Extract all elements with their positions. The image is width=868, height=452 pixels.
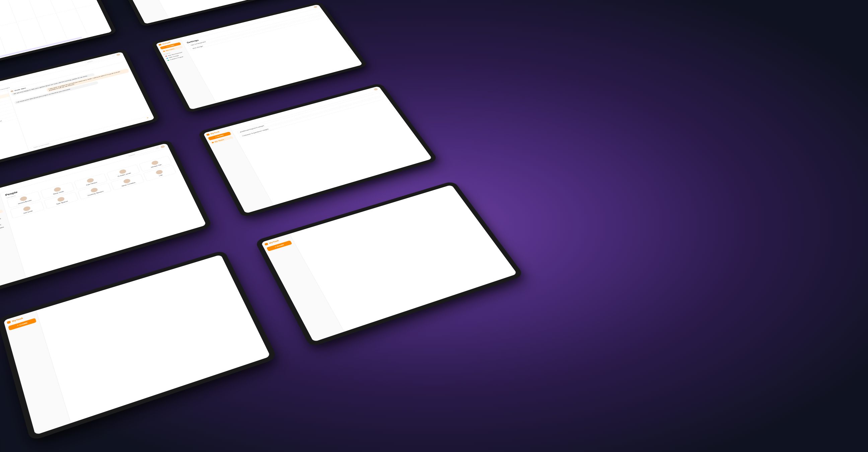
send-icon[interactable]: ➤ (146, 117, 149, 119)
nav-people[interactable]: People (0, 209, 3, 219)
chat-message: I also work on project for you that you … (46, 68, 130, 92)
cal-event[interactable]: Dashboard Design (0, 36, 82, 66)
tablet-inbox: MyTask + Create Home My Tasks Inbox Repo… (0, 49, 160, 173)
tablet-course: MyTask + Create My Tasks Projects App De… (111, 0, 310, 27)
tablet-settings: MyTask + Create My Tasks Projects App De… (150, 1, 368, 113)
tab-project-msg[interactable]: Project messages (0, 87, 10, 93)
tablet-calendar: MyTask + Create Home My Tasks Projects A… (0, 0, 117, 77)
chat-panel: Omar Sara We are very happy to hear your… (8, 61, 155, 152)
chat-message: We are very happy to hear your opinion a… (11, 73, 95, 96)
inbox-item[interactable]: Joel Smith (0, 90, 8, 102)
tablet-plain: MyTask + Create My Tasks Additional Paym… (197, 83, 438, 218)
person-card[interactable]: Jessica Brooks (7, 191, 41, 208)
inbox-list: Joel Smith Omar Sara Dr. Adam Steven Smi… (0, 90, 29, 162)
tablet-people-grid: MyTask + Create Home My Tasks Inbox Peop… (0, 139, 213, 292)
